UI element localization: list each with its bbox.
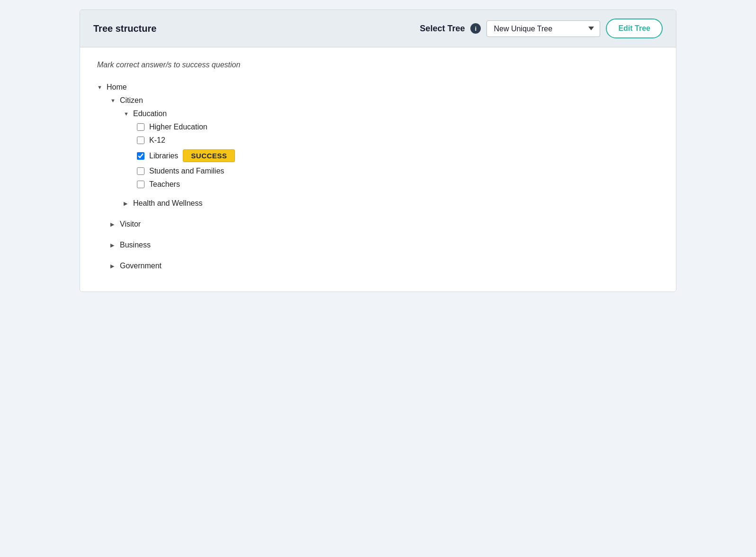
main-container: Tree structure Select Tree i New Unique … [80,9,676,292]
education-children: Higher Education K-12 [137,120,659,191]
citizen-label: Citizen [120,96,143,105]
header-right: Select Tree i New Unique Tree Default Tr… [420,18,663,38]
business-arrow-icon [110,242,118,248]
header-left: Tree structure [93,23,156,34]
tree-node-home: Home Citizen [97,81,659,273]
tree-item-home[interactable]: Home [97,81,659,94]
tree-node-education: Education Higher Education [124,107,659,191]
business-label: Business [120,241,151,249]
health-wellness-arrow-icon [124,201,131,207]
health-wellness-label: Health and Wellness [133,199,202,208]
header: Tree structure Select Tree i New Unique … [80,10,676,47]
k12-label: K-12 [149,136,165,145]
content-area: Mark correct answer/s to success questio… [80,47,676,292]
tree-node-health-wellness: Health and Wellness [124,197,659,210]
list-item: Teachers [137,178,659,191]
visitor-arrow-icon [110,221,118,228]
tree-item-visitor[interactable]: Visitor [110,218,659,231]
home-arrow-icon [97,84,105,90]
tree-select[interactable]: New Unique Tree Default Tree Custom Tree [486,20,600,37]
teachers-checkbox[interactable] [137,181,144,188]
students-families-checkbox[interactable] [137,167,144,175]
list-item: Students and Families [137,164,659,178]
citizen-children: Education Higher Education [124,107,659,210]
home-children: Citizen Education [110,94,659,273]
tree-item-government[interactable]: Government [110,259,659,273]
info-icon[interactable]: i [470,23,481,34]
education-arrow-icon [124,111,131,117]
tree-node-government: Government [110,259,659,273]
home-label: Home [107,83,127,91]
tree-node-visitor: Visitor [110,218,659,231]
tree-item-business[interactable]: Business [110,238,659,252]
tree-structure: Home Citizen [97,81,659,273]
k12-checkbox[interactable] [137,137,144,144]
tree-node-business: Business [110,238,659,252]
higher-education-label: Higher Education [149,123,207,131]
edit-tree-button[interactable]: Edit Tree [606,18,663,38]
list-item: K-12 [137,134,659,147]
tree-item-citizen[interactable]: Citizen [110,94,659,107]
select-tree-label: Select Tree [420,24,465,34]
education-label: Education [133,110,167,118]
list-item: Higher Education [137,120,659,134]
libraries-checkbox[interactable] [137,152,144,160]
tree-item-health-wellness[interactable]: Health and Wellness [124,197,659,210]
citizen-arrow-icon [110,98,118,103]
government-label: Government [120,262,162,270]
success-badge: SUCCESS [183,149,235,162]
visitor-label: Visitor [120,220,141,228]
teachers-label: Teachers [149,180,180,189]
page-title: Tree structure [93,23,156,34]
tree-node-citizen: Citizen Education [110,94,659,210]
students-families-label: Students and Families [149,167,224,175]
higher-education-checkbox[interactable] [137,123,144,131]
instruction-text: Mark correct answer/s to success questio… [97,61,659,69]
libraries-label: Libraries [149,152,178,160]
government-arrow-icon [110,263,118,269]
tree-item-education[interactable]: Education [124,107,659,120]
list-item: Libraries SUCCESS [137,147,659,164]
